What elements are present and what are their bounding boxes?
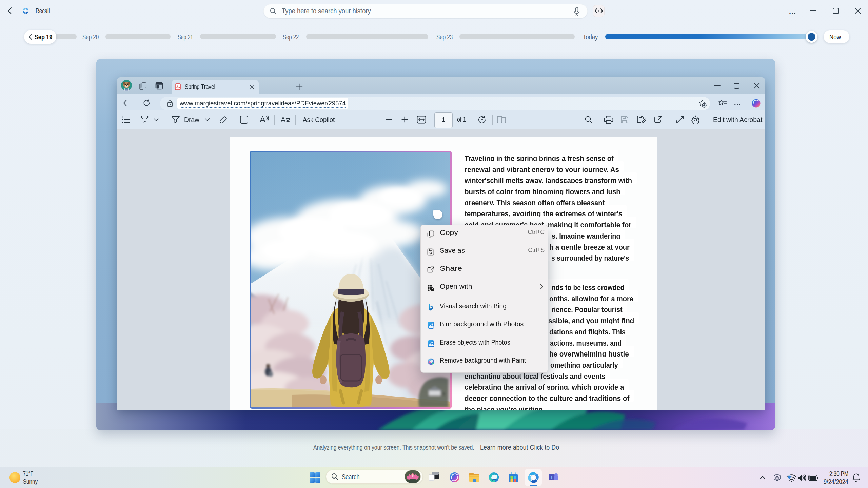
svg-text:T: T	[551, 475, 553, 480]
